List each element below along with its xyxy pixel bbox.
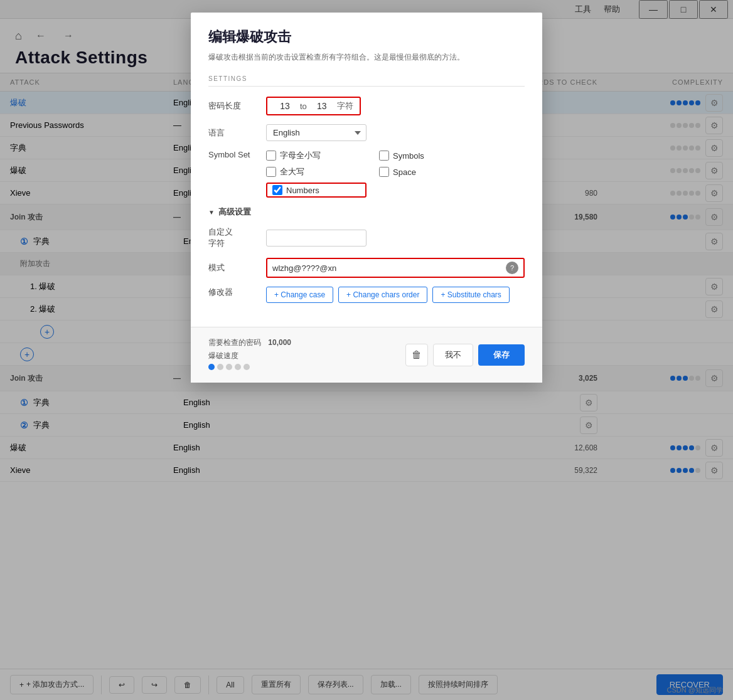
- pattern-group: ?: [266, 258, 525, 278]
- checkbox-lowercase-input[interactable]: [266, 151, 276, 161]
- custom-chars-row: 自定义 字符: [208, 226, 525, 249]
- modal-dialog: 编辑爆破攻击 爆破攻击根据当前的攻击设置检查所有字符组合。这是最慢但最彻底的方法…: [191, 13, 542, 383]
- change-case-button[interactable]: + Change case: [266, 287, 333, 303]
- custom-chars-input[interactable]: [266, 230, 366, 247]
- checkbox-lowercase[interactable]: 字母全小写: [266, 150, 366, 161]
- language-row: 语言 English Chinese Russian German: [208, 124, 525, 141]
- settings-section-label: SETTINGS: [208, 75, 525, 87]
- passwords-label: 需要检查的密码: [208, 338, 261, 347]
- speed-dot: [243, 364, 250, 370]
- pattern-input[interactable]: [272, 263, 502, 273]
- speed-dot: [226, 364, 232, 370]
- checkbox-space-input[interactable]: [379, 167, 389, 177]
- checkbox-symbols[interactable]: Symbols: [379, 150, 479, 161]
- modifier-row: 修改器 + Change case + Change chars order +…: [208, 287, 525, 303]
- symbol-grid: 字母全小写 Symbols 全大写 Space: [266, 150, 479, 198]
- modifier-label: 修改器: [208, 287, 259, 298]
- passwords-value: 10,000: [268, 338, 291, 347]
- speed-dots: [208, 364, 395, 370]
- speed-info-row: 爆破速度: [208, 351, 395, 370]
- symbol-set-row: Symbol Set 字母全小写 Symbols 全大写: [208, 150, 525, 198]
- pattern-row: 模式 ?: [208, 258, 525, 278]
- length-to-input[interactable]: [311, 101, 333, 111]
- chevron-down-icon: ▼: [208, 209, 215, 216]
- modal-title: 编辑爆破攻击: [208, 28, 525, 46]
- modifier-buttons: + Change case + Change chars order + Sub…: [266, 287, 510, 303]
- change-chars-order-button[interactable]: + Change chars order: [338, 287, 427, 303]
- checkbox-uppercase-label: 全大写: [280, 166, 304, 178]
- pattern-label: 模式: [208, 262, 259, 273]
- delete-attack-button[interactable]: 🗑: [405, 344, 428, 366]
- checkbox-space[interactable]: Space: [379, 166, 479, 178]
- cancel-button[interactable]: 我不: [433, 344, 473, 366]
- footer-info: 需要检查的密码 10,000 爆破速度: [208, 337, 395, 373]
- speed-dot: [208, 364, 215, 370]
- checkbox-symbols-input[interactable]: [379, 151, 389, 161]
- length-from-input[interactable]: [274, 101, 296, 111]
- symbol-set-label: Symbol Set: [208, 150, 259, 159]
- password-length-group: to 字符: [266, 97, 361, 115]
- custom-chars-label: 自定义 字符: [208, 226, 259, 249]
- advanced-label: 高级设置: [218, 206, 251, 218]
- speed-dot: [235, 364, 241, 370]
- modal-body: 编辑爆破攻击 爆破攻击根据当前的攻击设置检查所有字符组合。这是最慢但最彻底的方法…: [191, 13, 542, 327]
- advanced-toggle[interactable]: ▼ 高级设置: [208, 206, 525, 218]
- modal-overlay: 编辑爆破攻击 爆破攻击根据当前的攻击设置检查所有字符组合。这是最慢但最彻底的方法…: [0, 0, 733, 700]
- checkbox-space-label: Space: [393, 167, 416, 177]
- help-button[interactable]: ?: [506, 262, 518, 274]
- passwords-info-row: 需要检查的密码 10,000: [208, 337, 395, 348]
- checkbox-lowercase-label: 字母全小写: [280, 150, 321, 161]
- substitute-chars-button[interactable]: + Substitute chars: [432, 287, 509, 303]
- checkbox-numbers-input[interactable]: [272, 185, 282, 195]
- password-length-label: 密码长度: [208, 100, 259, 112]
- checkbox-symbols-label: Symbols: [393, 151, 424, 161]
- speed-label: 爆破速度: [208, 351, 238, 360]
- save-button[interactable]: 保存: [478, 344, 525, 366]
- checkbox-numbers-label: Numbers: [286, 186, 319, 195]
- language-select[interactable]: English Chinese Russian German: [266, 124, 366, 141]
- speed-dot: [217, 364, 223, 370]
- length-unit: 字符: [337, 100, 353, 112]
- language-label: 语言: [208, 127, 259, 139]
- modal-footer: 需要检查的密码 10,000 爆破速度 🗑 我不 保存: [191, 327, 542, 383]
- checkbox-numbers[interactable]: Numbers: [272, 185, 319, 195]
- checkbox-uppercase-input[interactable]: [266, 167, 276, 177]
- length-separator: to: [300, 102, 307, 111]
- checkbox-uppercase[interactable]: 全大写: [266, 166, 366, 178]
- numbers-box: Numbers: [266, 183, 366, 198]
- footer-buttons: 🗑 我不 保存: [405, 344, 525, 366]
- password-length-row: 密码长度 to 字符: [208, 97, 525, 115]
- modal-description: 爆破攻击根据当前的攻击设置检查所有字符组合。这是最慢但最彻底的方法。: [208, 51, 525, 63]
